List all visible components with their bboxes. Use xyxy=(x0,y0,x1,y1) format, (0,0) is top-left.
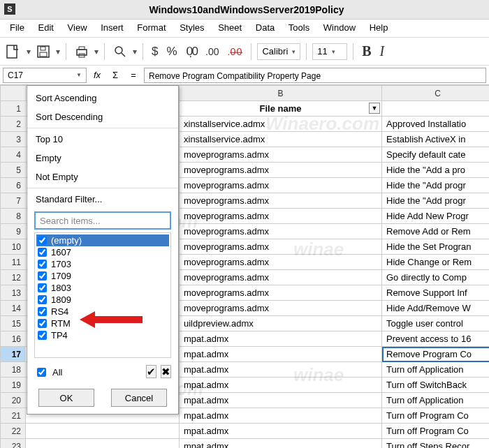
row-header[interactable]: 23 xyxy=(1,439,26,449)
filter-option-checkbox[interactable] xyxy=(38,295,47,304)
cancel-button[interactable]: Cancel xyxy=(111,389,167,407)
cell[interactable]: Establish ActiveX in xyxy=(382,132,490,147)
row-header[interactable]: 8 xyxy=(1,209,26,224)
row-header[interactable]: 22 xyxy=(1,424,26,439)
cell[interactable]: mpat.admx xyxy=(180,424,382,439)
filter-option[interactable]: RTM xyxy=(36,318,169,329)
filter-search-input[interactable]: Search items... xyxy=(34,211,171,230)
cell[interactable]: mpat.admx xyxy=(180,331,382,347)
cell[interactable]: Turn off SwitchBack xyxy=(382,378,490,393)
cell[interactable]: moveprograms.admx xyxy=(180,209,382,224)
cell[interactable]: Approved Installatio xyxy=(382,117,490,132)
all-checkbox[interactable]: All xyxy=(34,366,62,379)
cell[interactable]: Toggle user control xyxy=(382,316,490,331)
row-header[interactable]: 20 xyxy=(1,393,26,408)
ok-button[interactable]: OK xyxy=(38,389,94,407)
menu-data[interactable]: Data xyxy=(250,20,280,36)
empty-item[interactable]: Empty xyxy=(27,149,178,167)
cell[interactable]: moveprograms.admx xyxy=(180,285,382,301)
cell[interactable]: Prevent access to 16 xyxy=(382,331,490,347)
filter-option[interactable]: TP4 xyxy=(36,329,169,341)
cell[interactable]: Turn off Application xyxy=(382,362,490,378)
dropdown-arrow-icon[interactable]: ▾ xyxy=(56,47,60,57)
cell[interactable]: xinstallservice.admx xyxy=(180,132,382,147)
row-header[interactable]: 17 xyxy=(1,347,26,362)
filter-option[interactable]: (empty) xyxy=(36,234,169,246)
cell[interactable]: mpat.admx xyxy=(180,347,382,362)
standard-filter-item[interactable]: Standard Filter... xyxy=(27,190,178,209)
filter-option-checkbox[interactable] xyxy=(38,283,47,292)
corner-cell[interactable] xyxy=(1,86,26,101)
row-header[interactable]: 21 xyxy=(1,408,26,424)
cell[interactable]: moveprograms.admx xyxy=(180,301,382,316)
not-empty-item[interactable]: Not Empty xyxy=(27,167,178,186)
filter-option-checkbox[interactable] xyxy=(38,331,47,340)
cell[interactable]: Turn off Application xyxy=(382,393,490,408)
cell[interactable]: moveprograms.admx xyxy=(180,163,382,178)
cell[interactable]: moveprograms.admx xyxy=(180,239,382,255)
cell[interactable]: mpat.admx xyxy=(180,393,382,408)
accept-icon[interactable]: ✔ xyxy=(146,365,156,378)
row-header[interactable]: 18 xyxy=(1,362,26,378)
filter-option-checkbox[interactable] xyxy=(38,248,47,257)
row-header[interactable]: 2 xyxy=(1,117,26,132)
new-doc-icon[interactable] xyxy=(4,42,24,61)
cell[interactable]: mpat.admx xyxy=(180,408,382,424)
sort-descending-item[interactable]: Sort Descending xyxy=(27,107,178,126)
row-header[interactable]: 14 xyxy=(1,301,26,316)
filter-option-checkbox[interactable] xyxy=(38,236,47,245)
top10-item[interactable]: Top 10 xyxy=(27,130,178,149)
cancel-icon[interactable]: ✖ xyxy=(161,365,171,378)
menu-sheet[interactable]: Sheet xyxy=(212,20,247,36)
menu-view[interactable]: View xyxy=(62,20,93,36)
row-header[interactable]: 15 xyxy=(1,316,26,331)
cell[interactable]: Hide the "Add progr xyxy=(382,178,490,193)
cell[interactable]: Hide the "Add progr xyxy=(382,193,490,209)
cell[interactable] xyxy=(26,424,180,439)
currency-icon[interactable]: $ xyxy=(149,45,161,59)
format-number-icon[interactable]: 0̣0 xyxy=(183,44,200,59)
dropdown-arrow-icon[interactable]: ▾ xyxy=(133,47,137,57)
row-header[interactable]: 4 xyxy=(1,147,26,163)
filter-option[interactable]: 1703 xyxy=(36,258,169,270)
filter-option[interactable]: 1803 xyxy=(36,282,169,294)
dropdown-arrow-icon[interactable]: ▾ xyxy=(27,47,31,57)
font-name-select[interactable]: Calibri ▾ xyxy=(257,43,300,60)
menu-edit[interactable]: Edit xyxy=(33,20,59,36)
header-cell-b[interactable]: File name ▼ xyxy=(180,101,382,117)
row-header[interactable]: 11 xyxy=(1,255,26,270)
cell[interactable]: Remove Program Co xyxy=(382,347,490,362)
filter-option[interactable]: 1809 xyxy=(36,294,169,306)
cell[interactable]: xinstallservice.admx xyxy=(180,117,382,132)
cell[interactable]: moveprograms.admx xyxy=(180,193,382,209)
cell[interactable]: Hide Add New Progr xyxy=(382,209,490,224)
cell[interactable]: Hide the "Add a pro xyxy=(382,163,490,178)
menu-file[interactable]: File xyxy=(4,20,30,36)
col-header-c[interactable]: C xyxy=(382,86,490,101)
cell[interactable]: Turn off Program Co xyxy=(382,408,490,424)
cell[interactable]: Go directly to Comp xyxy=(382,270,490,285)
save-icon[interactable] xyxy=(34,42,53,61)
cell[interactable]: moveprograms.admx xyxy=(180,270,382,285)
italic-icon[interactable]: I xyxy=(377,43,388,59)
cell[interactable]: mpat.admx xyxy=(180,362,382,378)
add-decimal-icon[interactable]: .00 xyxy=(203,46,221,57)
row-header[interactable]: 12 xyxy=(1,270,26,285)
row-header[interactable]: 13 xyxy=(1,285,26,301)
print-icon[interactable] xyxy=(72,42,92,61)
menu-styles[interactable]: Styles xyxy=(174,20,210,36)
cell-reference-select[interactable]: C17 ▼ xyxy=(3,68,87,83)
menu-help[interactable]: Help xyxy=(364,20,394,36)
font-size-select[interactable]: 11 ▾ xyxy=(312,43,347,60)
row-header[interactable]: 10 xyxy=(1,239,26,255)
autofilter-button[interactable]: ▼ xyxy=(369,103,380,114)
row-header[interactable]: 3 xyxy=(1,132,26,147)
col-header-b[interactable]: B xyxy=(180,86,382,101)
cell[interactable]: moveprograms.admx xyxy=(180,147,382,163)
filter-option-checkbox[interactable] xyxy=(38,319,47,328)
menu-window[interactable]: Window xyxy=(318,20,361,36)
filter-option[interactable]: 1607 xyxy=(36,246,169,258)
formula-input[interactable]: Remove Program Compatibility Property Pa… xyxy=(144,68,486,83)
row-header[interactable]: 16 xyxy=(1,331,26,347)
filter-option-checkbox[interactable] xyxy=(38,307,47,316)
